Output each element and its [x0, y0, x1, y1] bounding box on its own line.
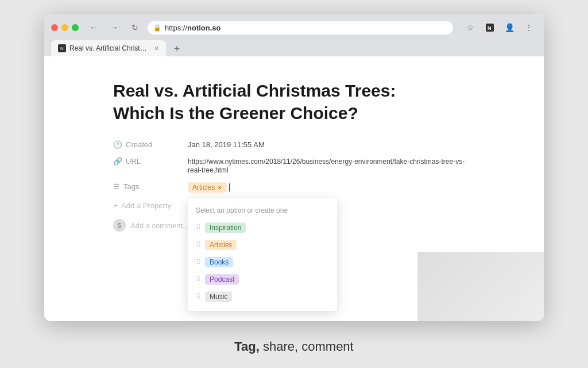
page-title: Real vs. Artificial Christmas Trees: Whi…: [113, 79, 400, 124]
url-label-container: 🔗 URL: [113, 157, 188, 166]
link-icon: 🔗: [113, 157, 122, 166]
browser-content: Real vs. Artificial Christmas Trees: Whi…: [44, 56, 544, 321]
add-comment-label: Add a comment...: [130, 221, 189, 230]
books-option[interactable]: Books: [205, 257, 233, 267]
notion-icon-button[interactable]: N: [482, 20, 498, 36]
created-row: 🕐 Created Jan 18, 2019 11:55 AM: [113, 140, 475, 149]
browser-window: ← → ↻ 🔒 https://notion.so ☆ N 👤 ⋮: [44, 14, 544, 321]
page-image-placeholder: [417, 252, 544, 321]
browser-controls: ← → ↻ 🔒 https://notion.so ☆ N 👤 ⋮: [51, 20, 537, 36]
inspiration-option[interactable]: Inspiration: [205, 223, 246, 233]
url-label: URL: [126, 157, 141, 166]
avatar: S: [113, 219, 126, 232]
drag-icon-inspiration: ⠿: [196, 224, 200, 232]
drag-icon-books: ⠿: [196, 258, 200, 266]
dropdown-item-books[interactable]: ⠿ Books: [188, 254, 337, 271]
tab-favicon: N: [58, 44, 66, 52]
forward-button[interactable]: →: [106, 20, 122, 36]
tags-label-container: ☰ Tags: [113, 182, 188, 191]
bookmark-button[interactable]: ☆: [462, 20, 478, 36]
drag-icon-podcast: ⠿: [196, 275, 200, 283]
maximize-traffic-light[interactable]: [72, 24, 79, 31]
articles-tag-label: Articles: [192, 183, 215, 191]
articles-tag[interactable]: Articles ✕: [188, 182, 227, 193]
dropdown-item-articles[interactable]: ⠿ Articles: [188, 236, 337, 254]
refresh-button[interactable]: ↻: [127, 20, 143, 36]
tabs-row: N Real vs. Artificial Christmas Tr... ✕ …: [51, 40, 537, 56]
new-tab-button[interactable]: +: [169, 41, 184, 56]
dropdown-item-music[interactable]: ⠿ Music: [188, 288, 337, 305]
toolbar-right: ☆ N 👤 ⋮: [462, 20, 537, 36]
podcast-option[interactable]: Podcast: [205, 274, 239, 285]
created-label: Created: [126, 140, 152, 149]
url-link[interactable]: https://www.nytimes.com/2018/11/26/busin…: [188, 158, 465, 174]
url-value: https://www.nytimes.com/2018/11/26/busin…: [188, 157, 475, 174]
created-value: Jan 18, 2019 11:55 AM: [188, 140, 265, 149]
dropdown-hint: Select an option or create one: [188, 204, 337, 219]
clock-icon: 🕐: [113, 140, 122, 149]
list-icon: ☰: [113, 182, 120, 191]
back-button[interactable]: ←: [86, 20, 102, 36]
url-domain: notion.so: [187, 24, 221, 32]
articles-tag-remove[interactable]: ✕: [217, 184, 222, 191]
add-property-label: Add a Property: [121, 201, 171, 210]
caption-bold: Tag,: [234, 339, 260, 354]
tag-cursor: [229, 183, 230, 191]
caption-regular: share, comment: [260, 339, 354, 354]
dropdown-item-podcast[interactable]: ⠿ Podcast: [188, 271, 337, 288]
add-property-plus-icon: +: [113, 201, 118, 210]
drag-icon-music: ⠿: [196, 293, 200, 301]
tags-input-area[interactable]: Articles ✕ Select an option or create on…: [188, 182, 230, 193]
lock-icon: 🔒: [153, 24, 161, 32]
tags-label: Tags: [123, 182, 139, 191]
tab-title: Real vs. Artificial Christmas Tr...: [69, 44, 150, 52]
account-button[interactable]: 👤: [501, 20, 517, 36]
drag-icon-articles: ⠿: [196, 241, 200, 249]
minimize-traffic-light[interactable]: [61, 24, 68, 31]
url-display: https://notion.so: [165, 24, 221, 32]
traffic-lights: [51, 24, 79, 31]
browser-chrome: ← → ↻ 🔒 https://notion.so ☆ N 👤 ⋮: [44, 14, 544, 56]
active-tab[interactable]: N Real vs. Artificial Christmas Tr... ✕: [51, 40, 166, 56]
menu-button[interactable]: ⋮: [521, 20, 537, 36]
svg-text:N: N: [488, 25, 492, 31]
bottom-caption: Tag, share, comment: [234, 339, 353, 354]
created-label-container: 🕐 Created: [113, 140, 188, 149]
address-bar[interactable]: 🔒 https://notion.so: [148, 21, 453, 34]
close-traffic-light[interactable]: [51, 24, 58, 31]
tags-dropdown: Select an option or create one ⠿ Inspira…: [188, 198, 337, 311]
articles-option[interactable]: Articles: [205, 240, 237, 250]
tags-row: ☰ Tags Articles ✕ Select an option or cr…: [113, 182, 475, 193]
url-row: 🔗 URL https://www.nytimes.com/2018/11/26…: [113, 157, 475, 174]
dropdown-item-inspiration[interactable]: ⠿ Inspiration: [188, 219, 337, 236]
music-option[interactable]: Music: [205, 292, 232, 302]
tab-close-button[interactable]: ✕: [154, 45, 159, 52]
